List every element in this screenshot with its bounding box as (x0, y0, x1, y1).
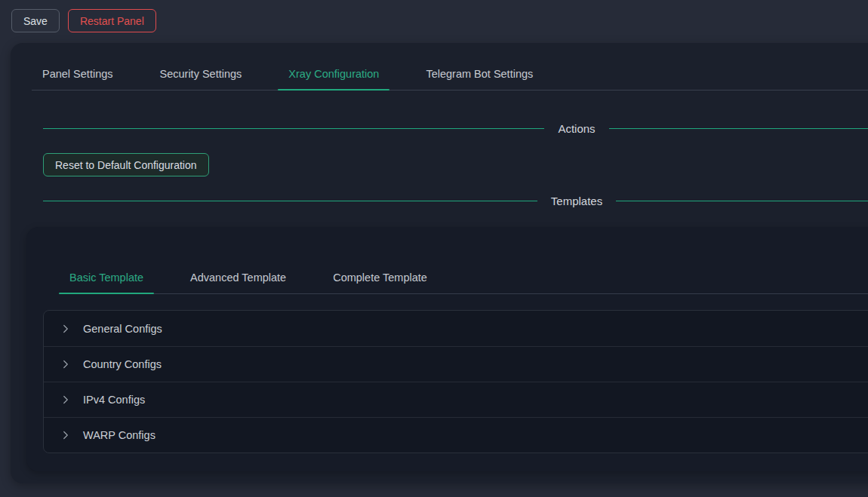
template-tabs: Basic Template Advanced Template Complet… (59, 262, 868, 294)
collapse-row-label: Country Configs (83, 358, 162, 370)
tab-telegram-bot-settings[interactable]: Telegram Bot Settings (415, 58, 543, 90)
save-button[interactable]: Save (11, 9, 60, 32)
actions-divider-title: Actions (544, 122, 608, 135)
chevron-right-icon (61, 395, 70, 404)
settings-tabs: Panel Settings Security Settings Xray Co… (32, 58, 868, 91)
chevron-right-icon (61, 431, 70, 440)
top-bar: Save Restart Panel (0, 0, 868, 32)
collapse-row-label: WARP Configs (83, 429, 155, 441)
tab-complete-template[interactable]: Complete Template (322, 262, 438, 293)
settings-card: Panel Settings Security Settings Xray Co… (11, 43, 868, 483)
restart-panel-button[interactable]: Restart Panel (68, 9, 156, 32)
tab-panel-settings[interactable]: Panel Settings (32, 58, 124, 90)
chevron-right-icon (61, 360, 70, 369)
collapse-row-country-configs[interactable]: Country Configs (44, 346, 868, 382)
config-collapse-list: General Configs Country Configs IPv4 Con… (43, 310, 868, 453)
reset-to-default-button[interactable]: Reset to Default Configuration (43, 153, 209, 176)
tab-xray-configuration[interactable]: Xray Configuration (278, 58, 389, 90)
collapse-row-label: IPv4 Configs (83, 394, 145, 406)
tab-basic-template[interactable]: Basic Template (59, 262, 154, 293)
collapse-row-label: General Configs (83, 323, 162, 335)
tab-security-settings[interactable]: Security Settings (149, 58, 253, 90)
tab-advanced-template[interactable]: Advanced Template (180, 262, 297, 293)
collapse-row-general-configs[interactable]: General Configs (44, 311, 868, 346)
templates-divider-title: Templates (537, 195, 616, 207)
collapse-row-ipv4-configs[interactable]: IPv4 Configs (44, 382, 868, 417)
templates-divider: Templates (43, 195, 868, 207)
actions-divider: Actions (43, 122, 868, 135)
templates-card: Basic Template Advanced Template Complet… (26, 227, 868, 471)
chevron-right-icon (61, 324, 70, 333)
collapse-row-warp-configs[interactable]: WARP Configs (44, 417, 868, 453)
